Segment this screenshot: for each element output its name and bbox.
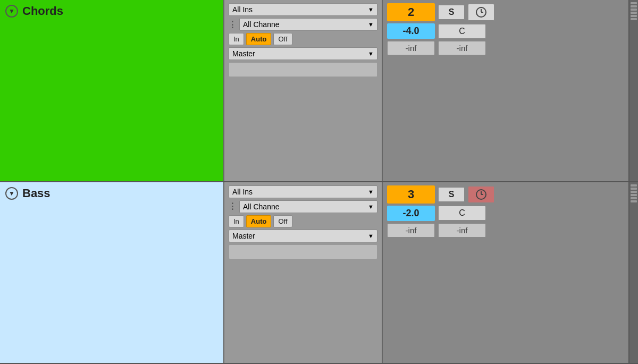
mixer-row1-bass: 3S [387, 185, 624, 204]
scrollbar-grip [631, 191, 637, 193]
collapse-btn-bass[interactable]: ▼ [5, 187, 18, 200]
channel-row-bass: ⋮All Channe▼ [229, 200, 377, 213]
input-row-chords: All Ins▼ [229, 3, 377, 16]
mixer-row3-chords: -inf-inf [387, 41, 624, 55]
track-label-chords: ▼Chords [0, 0, 223, 181]
track-label-bass: ▼Bass [0, 182, 223, 363]
btn-in-chords[interactable]: In [229, 33, 244, 45]
track-mixer-bass: 3S-2.0C-inf-inf [383, 182, 628, 363]
center-btn-bass[interactable]: C [438, 206, 486, 221]
track-controls-chords: All Ins▼⋮All Channe▼InAutoOffMaster▼ [223, 0, 383, 181]
scrollbar-grip [631, 15, 637, 17]
track-controls-bass: All Ins▼⋮All Channe▼InAutoOffMaster▼ [223, 182, 383, 363]
inf2-bass[interactable]: -inf [438, 223, 486, 238]
scrollbar-grip [631, 188, 637, 190]
monitor-btn-chords[interactable] [468, 4, 494, 21]
scrollbar-grip [631, 18, 637, 20]
scrollbar-grip [631, 5, 637, 7]
scrollbar-grip [631, 197, 637, 199]
pan-value-chords[interactable]: -4.0 [387, 23, 435, 39]
mode-row-chords: InAutoOff [229, 33, 377, 45]
collapse-btn-chords[interactable]: ▼ [5, 5, 18, 18]
inf1-chords[interactable]: -inf [387, 41, 435, 55]
track-label-text-bass: ▼Bass [5, 187, 51, 200]
scrollbar-grip [631, 9, 637, 11]
pan-value-bass[interactable]: -2.0 [387, 206, 435, 221]
mixer-row1-chords: 2S [387, 3, 624, 21]
input-dropdown-bass[interactable]: All Ins▼ [229, 185, 377, 198]
track-name-bass: Bass [22, 187, 51, 200]
mode-row-bass: InAutoOff [229, 215, 377, 227]
channel-row-chords: ⋮All Channe▼ [229, 18, 377, 31]
inf2-chords[interactable]: -inf [438, 41, 486, 55]
solo-btn-chords[interactable]: S [438, 5, 465, 20]
btn-off-bass[interactable]: Off [273, 215, 292, 227]
mixer-row2-chords: -4.0C [387, 23, 624, 39]
track-name-chords: Chords [22, 4, 63, 18]
scrollbar-grip [631, 194, 637, 196]
track-row-bass: ▼BassAll Ins▼⋮All Channe▼InAutoOffMaster… [0, 182, 638, 365]
track-scrollbar-bass[interactable] [628, 182, 638, 363]
btn-off-chords[interactable]: Off [273, 33, 292, 45]
monitor-btn-bass[interactable] [468, 186, 494, 203]
midi-icon-chords: ⋮ [229, 19, 236, 30]
input-row-bass: All Ins▼ [229, 185, 377, 198]
btn-auto-bass[interactable]: Auto [246, 215, 272, 227]
mixer-row3-bass: -inf-inf [387, 223, 624, 238]
solo-btn-bass[interactable]: S [438, 187, 465, 202]
track-mixer-chords: 2S-4.0C-inf-inf [383, 0, 628, 181]
btn-auto-chords[interactable]: Auto [246, 33, 272, 45]
midi-icon-bass: ⋮ [229, 201, 236, 212]
empty-bar-row-chords [229, 62, 377, 77]
empty-bar-bass [229, 244, 377, 259]
output-row-chords: Master▼ [229, 47, 377, 60]
track-scrollbar-chords[interactable] [628, 0, 638, 181]
scrollbar-grip [631, 2, 637, 4]
channel-dropdown-chords[interactable]: All Channe▼ [239, 18, 377, 31]
track-number-chords[interactable]: 2 [387, 3, 435, 21]
scrollbar-grip [631, 12, 637, 14]
empty-bar-row-bass [229, 244, 377, 259]
track-row-chords: ▼ChordsAll Ins▼⋮All Channe▼InAutoOffMast… [0, 0, 638, 182]
empty-bar-chords [229, 62, 377, 77]
track-number-bass[interactable]: 3 [387, 185, 435, 204]
output-dropdown-bass[interactable]: Master▼ [229, 230, 377, 242]
track-label-text-chords: ▼Chords [5, 4, 63, 18]
input-dropdown-chords[interactable]: All Ins▼ [229, 3, 377, 16]
inf1-bass[interactable]: -inf [387, 223, 435, 238]
channel-dropdown-bass[interactable]: All Channe▼ [239, 200, 377, 213]
btn-in-bass[interactable]: In [229, 215, 244, 227]
output-row-bass: Master▼ [229, 230, 377, 242]
tracks-container: ▼ChordsAll Ins▼⋮All Channe▼InAutoOffMast… [0, 0, 638, 364]
scrollbar-grip [631, 184, 637, 187]
mixer-row2-bass: -2.0C [387, 206, 624, 221]
scrollbar-grip [631, 200, 637, 202]
center-btn-chords[interactable]: C [438, 24, 486, 39]
output-dropdown-chords[interactable]: Master▼ [229, 47, 377, 60]
